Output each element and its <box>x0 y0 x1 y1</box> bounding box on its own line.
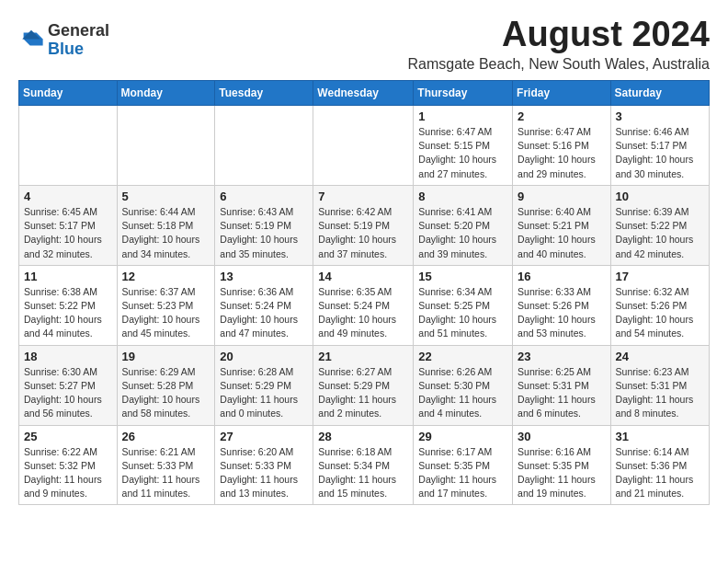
calendar-cell: 27Sunrise: 6:20 AM Sunset: 5:33 PM Dayli… <box>215 425 313 505</box>
calendar-cell <box>313 106 414 186</box>
day-number: 23 <box>518 350 606 363</box>
calendar-cell: 1Sunrise: 6:47 AM Sunset: 5:15 PM Daylig… <box>414 106 513 186</box>
day-number: 2 <box>518 109 606 123</box>
week-row-2: 4Sunrise: 6:45 AM Sunset: 5:17 PM Daylig… <box>19 185 710 265</box>
day-number: 24 <box>616 350 704 363</box>
day-number: 9 <box>518 190 606 203</box>
logo-blue: Blue <box>48 40 109 59</box>
day-content: Sunrise: 6:44 AM Sunset: 5:18 PM Dayligh… <box>122 205 210 261</box>
calendar-cell: 29Sunrise: 6:17 AM Sunset: 5:35 PM Dayli… <box>414 425 513 505</box>
day-content: Sunrise: 6:37 AM Sunset: 5:23 PM Dayligh… <box>122 285 210 341</box>
calendar-cell: 19Sunrise: 6:29 AM Sunset: 5:28 PM Dayli… <box>117 345 215 425</box>
calendar-cell: 16Sunrise: 6:33 AM Sunset: 5:26 PM Dayli… <box>513 265 611 345</box>
calendar-cell: 10Sunrise: 6:39 AM Sunset: 5:22 PM Dayli… <box>610 185 709 265</box>
day-content: Sunrise: 6:43 AM Sunset: 5:19 PM Dayligh… <box>220 205 308 261</box>
header-wednesday: Wednesday <box>313 81 414 106</box>
location-subtitle: Ramsgate Beach, New South Wales, Austral… <box>408 56 710 73</box>
header-friday: Friday <box>513 81 611 106</box>
calendar-cell: 28Sunrise: 6:18 AM Sunset: 5:34 PM Dayli… <box>313 425 414 505</box>
day-content: Sunrise: 6:14 AM Sunset: 5:36 PM Dayligh… <box>616 445 704 501</box>
day-content: Sunrise: 6:34 AM Sunset: 5:25 PM Dayligh… <box>418 285 507 341</box>
header-tuesday: Tuesday <box>215 81 313 106</box>
calendar-cell: 4Sunrise: 6:45 AM Sunset: 5:17 PM Daylig… <box>19 185 118 265</box>
day-number: 19 <box>122 350 210 363</box>
week-row-3: 11Sunrise: 6:38 AM Sunset: 5:22 PM Dayli… <box>19 265 710 345</box>
logo-text: General Blue <box>48 22 109 59</box>
calendar-cell: 23Sunrise: 6:25 AM Sunset: 5:31 PM Dayli… <box>513 345 611 425</box>
day-number: 14 <box>318 270 408 283</box>
day-content: Sunrise: 6:25 AM Sunset: 5:31 PM Dayligh… <box>518 365 606 421</box>
day-content: Sunrise: 6:17 AM Sunset: 5:35 PM Dayligh… <box>418 445 507 501</box>
day-number: 10 <box>616 190 704 203</box>
day-content: Sunrise: 6:20 AM Sunset: 5:33 PM Dayligh… <box>220 445 308 501</box>
calendar-cell: 7Sunrise: 6:42 AM Sunset: 5:19 PM Daylig… <box>313 185 414 265</box>
day-number: 3 <box>616 109 704 123</box>
calendar-cell: 20Sunrise: 6:28 AM Sunset: 5:29 PM Dayli… <box>215 345 313 425</box>
header-row: SundayMondayTuesdayWednesdayThursdayFrid… <box>19 81 710 106</box>
day-number: 8 <box>418 190 507 203</box>
calendar-cell <box>215 106 313 186</box>
day-content: Sunrise: 6:45 AM Sunset: 5:17 PM Dayligh… <box>24 205 112 261</box>
header-thursday: Thursday <box>414 81 513 106</box>
day-content: Sunrise: 6:46 AM Sunset: 5:17 PM Dayligh… <box>616 125 704 181</box>
day-content: Sunrise: 6:22 AM Sunset: 5:32 PM Dayligh… <box>24 445 112 501</box>
calendar-cell: 30Sunrise: 6:16 AM Sunset: 5:35 PM Dayli… <box>513 425 611 505</box>
calendar-cell: 5Sunrise: 6:44 AM Sunset: 5:18 PM Daylig… <box>117 185 215 265</box>
day-content: Sunrise: 6:32 AM Sunset: 5:26 PM Dayligh… <box>616 285 704 341</box>
calendar-cell <box>117 106 215 186</box>
calendar-table: SundayMondayTuesdayWednesdayThursdayFrid… <box>18 80 710 505</box>
day-content: Sunrise: 6:47 AM Sunset: 5:15 PM Dayligh… <box>418 125 507 181</box>
day-number: 6 <box>220 190 308 203</box>
day-number: 15 <box>418 270 507 283</box>
week-row-5: 25Sunrise: 6:22 AM Sunset: 5:32 PM Dayli… <box>19 425 710 505</box>
day-content: Sunrise: 6:29 AM Sunset: 5:28 PM Dayligh… <box>122 365 210 421</box>
calendar-cell: 9Sunrise: 6:40 AM Sunset: 5:21 PM Daylig… <box>513 185 611 265</box>
header-saturday: Saturday <box>610 81 709 106</box>
day-number: 25 <box>24 430 112 443</box>
header-monday: Monday <box>117 81 215 106</box>
calendar-cell: 6Sunrise: 6:43 AM Sunset: 5:19 PM Daylig… <box>215 185 313 265</box>
day-number: 30 <box>518 430 606 443</box>
day-content: Sunrise: 6:35 AM Sunset: 5:24 PM Dayligh… <box>318 285 408 341</box>
day-content: Sunrise: 6:36 AM Sunset: 5:24 PM Dayligh… <box>220 285 308 341</box>
calendar-cell: 31Sunrise: 6:14 AM Sunset: 5:36 PM Dayli… <box>610 425 709 505</box>
day-content: Sunrise: 6:21 AM Sunset: 5:33 PM Dayligh… <box>122 445 210 501</box>
day-content: Sunrise: 6:39 AM Sunset: 5:22 PM Dayligh… <box>616 205 704 261</box>
day-content: Sunrise: 6:23 AM Sunset: 5:31 PM Dayligh… <box>616 365 704 421</box>
day-content: Sunrise: 6:18 AM Sunset: 5:34 PM Dayligh… <box>318 445 408 501</box>
calendar-cell: 18Sunrise: 6:30 AM Sunset: 5:27 PM Dayli… <box>19 345 118 425</box>
day-content: Sunrise: 6:38 AM Sunset: 5:22 PM Dayligh… <box>24 285 112 341</box>
day-content: Sunrise: 6:30 AM Sunset: 5:27 PM Dayligh… <box>24 365 112 421</box>
month-year-title: August 2024 <box>408 15 710 54</box>
day-content: Sunrise: 6:26 AM Sunset: 5:30 PM Dayligh… <box>418 365 507 421</box>
day-number: 31 <box>616 430 704 443</box>
day-content: Sunrise: 6:42 AM Sunset: 5:19 PM Dayligh… <box>318 205 408 261</box>
day-number: 18 <box>24 350 112 363</box>
day-number: 4 <box>24 190 112 203</box>
calendar-cell: 21Sunrise: 6:27 AM Sunset: 5:29 PM Dayli… <box>313 345 414 425</box>
day-number: 5 <box>122 190 210 203</box>
day-number: 1 <box>418 109 507 123</box>
calendar-cell: 13Sunrise: 6:36 AM Sunset: 5:24 PM Dayli… <box>215 265 313 345</box>
day-number: 13 <box>220 270 308 283</box>
calendar-cell: 3Sunrise: 6:46 AM Sunset: 5:17 PM Daylig… <box>610 106 709 186</box>
calendar-cell: 8Sunrise: 6:41 AM Sunset: 5:20 PM Daylig… <box>414 185 513 265</box>
day-number: 20 <box>220 350 308 363</box>
calendar-cell: 2Sunrise: 6:47 AM Sunset: 5:16 PM Daylig… <box>513 106 611 186</box>
header-sunday: Sunday <box>19 81 118 106</box>
day-content: Sunrise: 6:40 AM Sunset: 5:21 PM Dayligh… <box>518 205 606 261</box>
calendar-cell: 17Sunrise: 6:32 AM Sunset: 5:26 PM Dayli… <box>610 265 709 345</box>
calendar-cell: 22Sunrise: 6:26 AM Sunset: 5:30 PM Dayli… <box>414 345 513 425</box>
day-number: 21 <box>318 350 408 363</box>
day-number: 12 <box>122 270 210 283</box>
calendar-cell: 26Sunrise: 6:21 AM Sunset: 5:33 PM Dayli… <box>117 425 215 505</box>
page-header: General Blue August 2024 Ramsgate Beach,… <box>18 15 710 73</box>
calendar-cell: 25Sunrise: 6:22 AM Sunset: 5:32 PM Dayli… <box>19 425 118 505</box>
day-number: 27 <box>220 430 308 443</box>
day-number: 17 <box>616 270 704 283</box>
title-block: August 2024 Ramsgate Beach, New South Wa… <box>408 15 710 73</box>
day-content: Sunrise: 6:47 AM Sunset: 5:16 PM Dayligh… <box>518 125 606 181</box>
calendar-cell: 24Sunrise: 6:23 AM Sunset: 5:31 PM Dayli… <box>610 345 709 425</box>
day-number: 22 <box>418 350 507 363</box>
calendar-cell <box>19 106 118 186</box>
